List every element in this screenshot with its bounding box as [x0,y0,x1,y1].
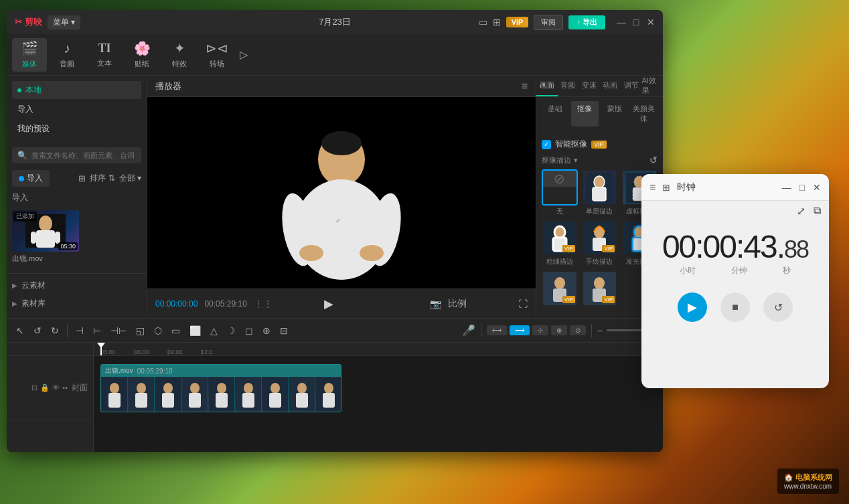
tool-split-left[interactable]: ⊣ [73,324,86,337]
tool-rectangle[interactable]: ▭ [169,324,183,337]
tool-add[interactable]: ⊕ [260,324,273,337]
clock-widget: ≡ ⊞ 时钟 — □ ✕ ⤢ ⧉ 00:00:43.88 小时 分钟 秒 ▶ ■ [641,174,829,388]
clock-maximize-button[interactable]: □ [799,182,805,193]
portrait-item-thick[interactable]: VIP 粗细描边 [542,220,578,267]
video-clip[interactable]: 出镜.mov 00:05:29:10 [100,364,341,412]
sub-tab-美颜美体[interactable]: 美颜美体 [631,101,658,127]
sub-tab-基础[interactable]: 基础 [542,101,568,127]
segment-link-btn[interactable]: ⟷ [487,325,507,335]
portrait-item-hand[interactable]: VIP 手绘描边 [582,220,618,267]
clock-close-button[interactable]: ✕ [813,182,821,193]
portrait-item-more1[interactable]: VIP [542,270,578,307]
minimize-button[interactable]: — [617,18,625,26]
toolbar-text[interactable]: TI 文本 [87,38,122,72]
tab-音频[interactable]: 音频 [558,76,579,96]
clock-time: 00:00:43.88 [662,228,808,265]
tool-square[interactable]: ◻ [242,324,256,337]
toolbar-divider-1 [67,324,68,337]
refresh-button[interactable]: ↺ [649,155,658,165]
tool-split-right[interactable]: ⊢ [90,324,104,337]
list-item[interactable]: 05:30 已添加 出镜.mov [12,210,141,264]
toolbar-more-button[interactable]: ▷ [237,46,250,64]
clip-thumb-8 [289,377,315,412]
grid-view-button[interactable]: ⊞ [78,173,86,183]
close-button[interactable]: ✕ [647,18,655,26]
screen-icon[interactable]: ▭ [479,18,487,26]
timeline-toolbar: ↖ ↺ ↻ ⊣ ⊢ ⊣⊢ ◱ ⬡ ▭ ⬜ △ ☽ ◻ ⊕ ⊟ 🎤 ⟷ ⟶ ⊹ ⊕ [7,319,663,343]
tab-变速[interactable]: 变速 [578,76,600,96]
toggle-checkbox[interactable]: ✓ [542,140,551,149]
lock-icon[interactable]: 🔒 [40,384,50,392]
player-menu-icon[interactable]: ≡ [522,80,528,92]
playhead[interactable] [100,343,102,355]
vip-badge[interactable]: VIP [506,17,529,27]
layout-icon[interactable]: ⊞ [493,18,501,26]
segment-merge-btn[interactable]: ⊕ [551,325,567,335]
portrait-desc-text: 抠像描边 [542,155,571,165]
clock-menu-icon[interactable]: ≡ [649,181,655,193]
sidebar-nav-list: 本地 导入 我的预设 [12,81,141,138]
tab-调节[interactable]: 调节 [621,76,642,96]
tool-undo[interactable]: ↺ [31,324,44,337]
tool-select[interactable]: ↖ [13,324,27,337]
fullscreen-button[interactable]: ⛶ [518,299,528,309]
toolbar-transition[interactable]: ⊳⊲ 转场 [200,38,234,72]
portrait-item-single[interactable]: 单层描边 [582,169,618,216]
main-track-icon[interactable]: ⊡ [31,384,37,392]
maximize-button[interactable]: □ [632,18,640,26]
sidebar-item-library[interactable]: ▶ 素材库 [12,296,141,311]
tool-crop[interactable]: ◱ [133,324,147,337]
menu-button[interactable]: 菜单 ▾ [48,15,80,29]
title-bar-right: ▭ ⊞ VIP 审阅 ↑ 导出 — □ ✕ [479,15,655,30]
clock-detach-button[interactable]: ⧉ [814,205,821,218]
tab-AI效果[interactable]: AI效果 [642,76,664,96]
timeline-expand-icon[interactable]: ⋮⋮ [254,299,273,309]
segment-more-btn[interactable]: ⊙ [570,325,586,335]
segment-active-btn[interactable]: ⟶ [510,325,530,335]
clock-reset-button[interactable]: ↺ [763,292,793,322]
ratio-button[interactable]: 比例 [448,298,467,310]
expand-icon-2: ▶ [12,300,17,307]
zoom-bar[interactable] [607,329,647,331]
mute-icon[interactable]: •• [62,384,68,392]
tool-triangle[interactable]: △ [208,324,220,337]
sidebar-item-presets[interactable]: 我的预设 [12,120,141,138]
clock-expand-button[interactable]: ⤢ [797,205,805,218]
clock-stop-button[interactable]: ■ [720,292,750,322]
tool-redo[interactable]: ↻ [48,324,62,337]
sidebar-item-local[interactable]: 本地 [12,81,141,99]
play-button[interactable]: ▶ [324,297,333,311]
toolbar-sticker[interactable]: 🌸 贴纸 [125,38,159,72]
portrait-item-more2[interactable]: VIP [582,270,618,307]
sidebar-item-import[interactable]: 导入 [12,100,141,118]
zoom-out-button[interactable]: − [597,325,603,336]
toolbar-media[interactable]: 🎬 媒体 [12,38,47,72]
dropdown-arrow[interactable]: ▾ [574,156,578,165]
toolbar-audio[interactable]: ♪ 音频 [50,38,84,72]
segment-split-btn[interactable]: ⊹ [532,325,548,335]
search-input[interactable] [31,151,136,159]
filter-button[interactable]: 全部 ▾ [119,173,141,184]
sidebar-item-cloud[interactable]: ▶ 云素材 [12,278,141,293]
clock-minimize-button[interactable]: — [782,182,791,193]
portrait-item-none[interactable]: ⊘ 无 [542,169,578,216]
sub-tab-抠像[interactable]: 抠像 [571,101,598,127]
eye-icon[interactable]: 👁 [52,384,60,392]
microphone-button[interactable]: 🎤 [462,324,475,337]
sub-tab-蒙版[interactable]: 蒙版 [601,101,628,127]
import-button[interactable]: 导入 [12,170,50,187]
review-button[interactable]: 审阅 [534,15,563,30]
tool-shape[interactable]: ⬡ [151,324,165,337]
clock-play-button[interactable]: ▶ [678,292,707,322]
screenshot-button[interactable]: 📷 [430,299,441,309]
tool-image[interactable]: ⬜ [187,324,204,337]
tool-moon[interactable]: ☽ [224,324,238,337]
tool-remove[interactable]: ⊟ [277,324,291,337]
sort-button[interactable]: 排序 ⇅ [90,173,114,184]
tool-split[interactable]: ⊣⊢ [108,324,129,337]
tab-动画[interactable]: 动画 [600,76,621,96]
clock-widget-icon[interactable]: ⊞ [662,182,670,193]
toolbar-effects[interactable]: ✦ 特效 [162,38,197,72]
export-button[interactable]: ↑ 导出 [568,15,605,29]
tab-画面[interactable]: 画面 [536,76,558,96]
